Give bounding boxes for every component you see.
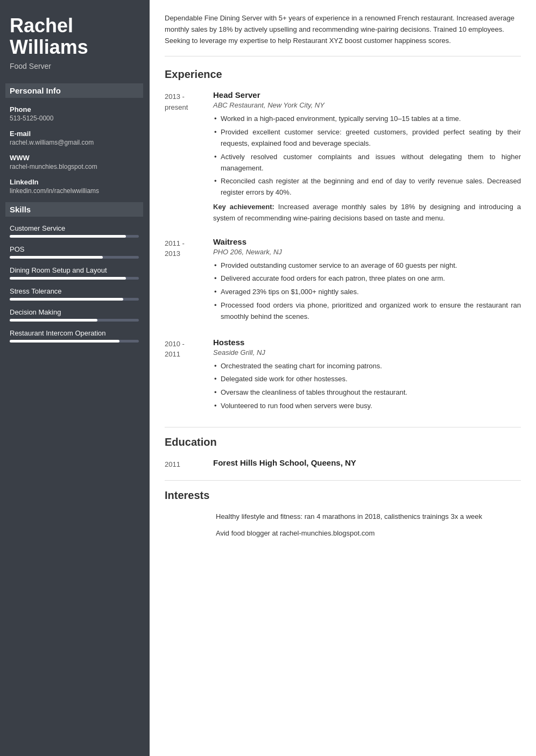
education-divider (165, 427, 521, 427)
skill-bar-background (10, 298, 139, 301)
education-section: Education 2011 Forest Hills High School,… (165, 436, 521, 470)
phone-label: Phone (10, 105, 139, 113)
personal-info-heading: Personal Info (5, 83, 143, 98)
skill-bar-background (10, 340, 139, 343)
experience-entry: 2011 -2013 Waitress PHO 206, Newark, NJ … (165, 237, 521, 325)
skill-item: Decision Making (10, 308, 139, 322)
www-label: WWW (10, 154, 139, 162)
skills-heading: Skills (5, 202, 143, 217)
entry-content: Waitress PHO 206, Newark, NJ Provided ou… (213, 237, 521, 325)
entry-date: 2013 -present (165, 90, 213, 224)
skill-bar-background (10, 256, 139, 259)
bullet-item: Provided excellent customer service: gre… (213, 127, 521, 149)
bullet-item: Oversaw the cleanliness of tables throug… (213, 387, 521, 398)
bullet-item: Volunteered to run food when servers wer… (213, 401, 521, 412)
email-value: rachel.w.williams@gmail.com (10, 139, 139, 146)
resume-container: Rachel Williams Food Server Personal Inf… (0, 0, 536, 756)
www-info: WWW rachel-munchies.blogspot.com (10, 154, 139, 170)
bullet-item: Processed food orders via phone, priorit… (213, 300, 521, 323)
experience-entry: 2013 -present Head Server ABC Restaurant… (165, 90, 521, 224)
bullet-item: Orchestrated the seating chart for incom… (213, 361, 521, 372)
bullet-item: Delegated side work for other hostesses. (213, 374, 521, 385)
linkedin-label: LinkedIn (10, 178, 139, 186)
skill-bar-background (10, 277, 139, 280)
bullet-item: Provided outstanding customer service to… (213, 260, 521, 272)
bullet-item: Actively resolved customer complaints an… (213, 152, 521, 174)
phone-value: 513-5125-0000 (10, 115, 139, 122)
education-list: 2011 Forest Hills High School, Queens, N… (165, 458, 521, 470)
skill-name: Stress Tolerance (10, 287, 139, 295)
candidate-title: Food Server (10, 62, 139, 70)
main-content: Dependable Fine Dining Server with 5+ ye… (150, 0, 536, 756)
education-entry: 2011 Forest Hills High School, Queens, N… (165, 458, 521, 470)
job-title: Head Server (213, 90, 521, 99)
experience-list: 2013 -present Head Server ABC Restaurant… (165, 90, 521, 413)
skill-bar-fill (10, 256, 103, 259)
entry-date: 2011 -2013 (165, 237, 213, 325)
bullets-list: Orchestrated the seating chart for incom… (213, 361, 521, 412)
company-name: ABC Restaurant, New York City, NY (213, 101, 521, 109)
skill-name: Decision Making (10, 308, 139, 316)
interests-list: Healthy lifestyle and fitness: ran 4 mar… (165, 511, 521, 539)
interests-heading: Interests (165, 489, 521, 504)
bullets-list: Provided outstanding customer service to… (213, 260, 521, 323)
candidate-name: Rachel Williams (10, 15, 139, 58)
skill-item: POS (10, 245, 139, 259)
skill-item: Restaurant Intercom Operation (10, 329, 139, 343)
skill-item: Dining Room Setup and Layout (10, 266, 139, 280)
sidebar: Rachel Williams Food Server Personal Inf… (0, 0, 150, 756)
skill-name: Restaurant Intercom Operation (10, 329, 139, 337)
bullet-item: Reconciled cash register at the beginnin… (213, 176, 521, 198)
education-heading: Education (165, 436, 521, 451)
bullet-item: Averaged 23% tips on $1,000+ nightly sal… (213, 287, 521, 298)
bullets-list: Worked in a high-paced environment, typi… (213, 113, 521, 198)
skill-bar-background (10, 319, 139, 322)
skill-name: POS (10, 245, 139, 253)
entry-content: Hostess Seaside Grill, NJ Orchestrated t… (213, 338, 521, 414)
edu-date: 2011 (165, 458, 213, 470)
skill-bar-fill (10, 235, 126, 238)
bullet-item: Delivered accurate food orders for each … (213, 273, 521, 284)
email-label: E-mail (10, 130, 139, 138)
company-name: PHO 206, Newark, NJ (213, 248, 521, 256)
skill-item: Customer Service (10, 224, 139, 238)
interest-item: Avid food blogger at rachel-munchies.blo… (216, 528, 521, 539)
entry-content: Head Server ABC Restaurant, New York Cit… (213, 90, 521, 224)
interests-divider (165, 480, 521, 481)
experience-entry: 2010 -2011 Hostess Seaside Grill, NJ Orc… (165, 338, 521, 414)
bullet-item: Worked in a high-paced environment, typi… (213, 113, 521, 125)
entry-date: 2010 -2011 (165, 338, 213, 414)
experience-heading: Experience (165, 68, 521, 83)
email-info: E-mail rachel.w.williams@gmail.com (10, 130, 139, 146)
key-achievement: Key achievement: Increased average month… (213, 202, 521, 224)
edu-content: Forest Hills High School, Queens, NY (213, 458, 521, 470)
interest-item: Healthy lifestyle and fitness: ran 4 mar… (216, 511, 521, 523)
skill-bar-fill (10, 277, 126, 280)
www-value: rachel-munchies.blogspot.com (10, 163, 139, 170)
skill-name: Dining Room Setup and Layout (10, 266, 139, 274)
skills-list: Customer Service POS Dining Room Setup a… (10, 224, 139, 343)
interests-section: Interests Healthy lifestyle and fitness:… (165, 489, 521, 539)
skill-bar-background (10, 235, 139, 238)
company-name: Seaside Grill, NJ (213, 348, 521, 356)
job-title: Waitress (213, 237, 521, 246)
linkedin-value: linkedin.com/in/rachelwwilliams (10, 187, 139, 195)
skill-bar-fill (10, 319, 97, 322)
school-name: Forest Hills High School, Queens, NY (213, 458, 521, 467)
experience-section: Experience 2013 -present Head Server ABC… (165, 68, 521, 413)
skill-bar-fill (10, 298, 123, 301)
skill-name: Customer Service (10, 224, 139, 232)
linkedin-info: LinkedIn linkedin.com/in/rachelwwilliams (10, 178, 139, 195)
phone-info: Phone 513-5125-0000 (10, 105, 139, 122)
job-title: Hostess (213, 338, 521, 347)
skill-item: Stress Tolerance (10, 287, 139, 301)
summary-text: Dependable Fine Dining Server with 5+ ye… (165, 13, 521, 56)
skill-bar-fill (10, 340, 119, 343)
